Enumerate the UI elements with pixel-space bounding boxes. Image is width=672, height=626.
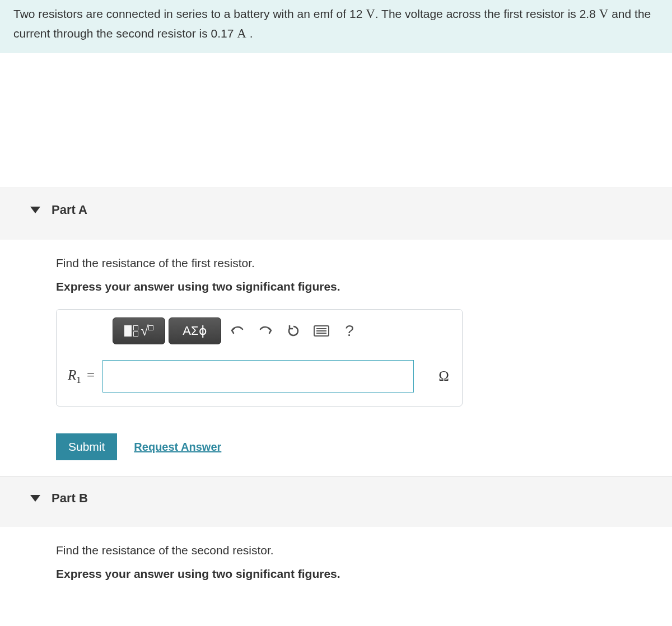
equals-sign: =: [83, 367, 95, 382]
reset-button[interactable]: [281, 317, 306, 344]
chevron-down-icon: [30, 207, 40, 213]
part-a-instruction: Find the resistance of the first resisto…: [56, 256, 661, 270]
keyboard-icon: [314, 325, 329, 337]
variable-subscript: 1: [76, 375, 81, 385]
part-a-title: Part A: [52, 203, 87, 217]
keyboard-button[interactable]: [309, 317, 334, 344]
part-b-instruction: Find the resistance of the second resist…: [56, 544, 661, 557]
template-icon: √: [124, 323, 153, 339]
unit-volt-1: V: [366, 7, 375, 21]
part-b-body: Find the resistance of the second resist…: [0, 527, 672, 584]
part-a-express: Express your answer using two significan…: [56, 280, 661, 293]
templates-button[interactable]: √: [113, 317, 165, 344]
redo-button[interactable]: [253, 317, 278, 344]
problem-text-4: .: [246, 27, 253, 40]
part-a-actions: Submit Request Answer: [0, 429, 672, 476]
problem-text-1: Two resistors are connected in series to…: [13, 7, 366, 20]
help-icon: ?: [345, 322, 354, 340]
unit-amp: A: [237, 26, 246, 40]
input-row: R1 = Ω: [57, 352, 462, 406]
undo-button[interactable]: [225, 317, 250, 344]
chevron-down-icon: [30, 495, 40, 502]
request-answer-link[interactable]: Request Answer: [134, 441, 221, 454]
part-b-header[interactable]: Part B: [0, 476, 672, 527]
answer-box: √ ΑΣϕ ? R1: [56, 309, 463, 407]
symbols-button[interactable]: ΑΣϕ: [169, 317, 221, 344]
help-button[interactable]: ?: [337, 317, 362, 344]
undo-icon: [230, 325, 245, 337]
unit-label: Ω: [438, 368, 449, 384]
problem-text-2: . The voltage across the first resistor …: [375, 7, 599, 20]
redo-icon: [258, 325, 273, 337]
variable-name: R: [68, 367, 76, 382]
white-spacer: [0, 53, 672, 188]
part-a-body: Find the resistance of the first resisto…: [0, 240, 672, 429]
part-b-title: Part B: [52, 491, 88, 506]
variable-label: R1 =: [68, 367, 95, 386]
part-a-header[interactable]: Part A: [0, 188, 672, 240]
unit-volt-2: V: [599, 7, 609, 21]
part-b-express: Express your answer using two significan…: [56, 567, 661, 581]
symbols-label: ΑΣϕ: [183, 324, 207, 338]
equation-toolbar: √ ΑΣϕ ?: [57, 310, 462, 352]
problem-statement: Two resistors are connected in series to…: [0, 0, 672, 53]
reset-icon: [287, 324, 300, 338]
answer-input[interactable]: [102, 360, 414, 393]
submit-button[interactable]: Submit: [56, 433, 117, 460]
